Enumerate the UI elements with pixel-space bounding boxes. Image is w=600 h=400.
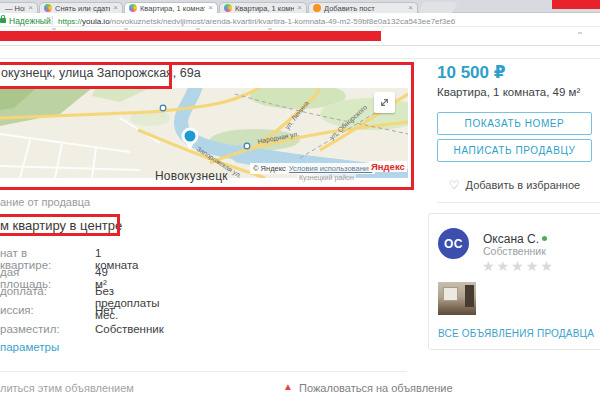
bookmark-fragment xyxy=(268,28,272,30)
tab-title: Снять или сдать кварти xyxy=(55,4,110,13)
tab-3-active[interactable]: Квартира, 1 комната, 49 × xyxy=(124,2,218,13)
listing-summary: Квартира, 1 комната, 49 м² xyxy=(437,86,580,98)
param-label: разместил: xyxy=(0,323,60,335)
thumbnail-window xyxy=(443,287,458,301)
youla-favicon xyxy=(224,4,232,12)
redaction-bookmarks xyxy=(0,31,381,41)
tab-1[interactable]: — Нов × xyxy=(0,2,38,13)
url-scheme: https:// xyxy=(58,17,82,26)
add-favorite-button[interactable]: ♡ Добавить в избранное xyxy=(437,178,592,192)
tab-title: — Нов xyxy=(0,4,25,13)
bookmark-fragment xyxy=(196,28,200,30)
report-triangle-icon: ▲ xyxy=(283,381,293,392)
param-label: иссия: xyxy=(0,304,34,316)
avatar-initials: ОС xyxy=(444,237,463,251)
content-top-divider xyxy=(0,58,600,59)
online-status-dot xyxy=(542,236,547,241)
bookmark-fragment xyxy=(124,28,128,30)
tab-title: Квартира, 1 комната, 3 xyxy=(235,4,294,13)
param-label: доплата: xyxy=(0,285,47,297)
footer-divider xyxy=(0,371,407,372)
favorite-label: Добавить в избранное xyxy=(466,179,581,191)
url-separator: | xyxy=(51,15,53,25)
report-link[interactable]: Пожаловаться на объявление xyxy=(299,382,453,394)
close-icon[interactable]: × xyxy=(28,4,33,12)
close-icon[interactable]: × xyxy=(208,4,213,12)
url-text[interactable]: https://youla.io/novokuznetsk/nedvijimos… xyxy=(58,17,455,26)
url-path: /novokuznetsk/nedvijimost/arenda-kvartir… xyxy=(110,17,456,26)
seller-role: Собственник xyxy=(483,245,546,257)
seller-card: ОС Оксана С. Собственник ★★★★★ ВСЕ ОБЪЯВ… xyxy=(428,213,600,350)
write-seller-button[interactable]: НАПИСАТЬ ПРОДАВЦУ xyxy=(437,139,592,162)
security-label: Надежный xyxy=(9,16,51,26)
new-tab-button[interactable] xyxy=(418,2,457,13)
tab-title: Квартира, 1 комната, 49 xyxy=(140,4,205,13)
padlock-icon xyxy=(0,18,6,23)
bookmark-fragment xyxy=(52,28,56,30)
listing-price: 10 500 ₽ xyxy=(437,62,506,83)
heart-icon: ♡ xyxy=(449,178,460,192)
description-header: ание от продавца xyxy=(0,196,90,208)
star-rating: ★★★★★ xyxy=(482,258,555,274)
tab-5[interactable]: Добавить пост × xyxy=(308,2,418,13)
thumbnail-furniture xyxy=(465,285,474,307)
param-value: Нет xyxy=(95,304,115,316)
close-icon[interactable]: × xyxy=(113,4,118,12)
tab-bar: — Нов × Снять или сдать кварти × Квартир… xyxy=(0,0,600,13)
browser-window: — Нов × Снять или сдать кварти × Квартир… xyxy=(0,0,600,400)
close-icon[interactable]: × xyxy=(297,4,302,12)
tab-4[interactable]: Квартира, 1 комната, 3 × xyxy=(219,2,307,13)
avatar[interactable]: ОС xyxy=(438,228,469,259)
redaction-window-controls xyxy=(552,0,600,9)
all-seller-ads-link[interactable]: ВСЕ ОБЪЯВЛЕНИЯ ПРОДАВЦА xyxy=(438,328,594,339)
youla-favicon xyxy=(129,4,137,12)
address-bar[interactable]: Надежный | https://youla.io/novokuznetsk… xyxy=(0,13,600,27)
param-value: Собственник xyxy=(95,323,164,335)
annotation-box-description xyxy=(0,214,120,236)
seller-name[interactable]: Оксана С. xyxy=(483,232,539,246)
all-params-link[interactable]: параметры xyxy=(0,341,59,353)
share-label: литься этим объявлением xyxy=(0,382,134,394)
url-host: youla.io xyxy=(82,17,110,26)
show-number-button[interactable]: ПОКАЗАТЬ НОМЕР xyxy=(437,112,592,135)
close-icon[interactable]: × xyxy=(408,4,413,12)
post-favicon xyxy=(313,4,321,12)
tab-2[interactable]: Снять или сдать кварти × xyxy=(39,2,123,13)
listing-thumbnail[interactable] xyxy=(438,282,476,315)
tab-title: Добавить пост xyxy=(324,4,405,13)
youla-favicon xyxy=(44,4,52,12)
annotation-box-address xyxy=(0,62,172,89)
bookmark-fragment xyxy=(578,32,582,34)
sidebar-divider xyxy=(437,202,600,203)
